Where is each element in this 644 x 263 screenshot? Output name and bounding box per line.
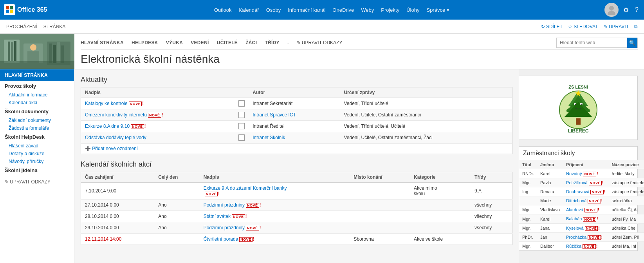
cal-link-4[interactable]: Čtvrtletní porada <box>204 236 238 242</box>
breadcrumb-left: PROCHÁZENÍ STRÁNKA <box>6 24 65 29</box>
checkbox-0[interactable] <box>238 100 245 107</box>
svg-point-29 <box>581 104 583 105</box>
nav-informacni-kanal[interactable]: Informační kanál <box>288 7 325 13</box>
share-button[interactable]: ↻ SDÍLET <box>541 24 563 29</box>
checkbox-3[interactable] <box>238 134 245 141</box>
cal-celyden-1: Ano <box>154 200 199 211</box>
emp-link-6[interactable]: Kyselová <box>566 226 584 230</box>
nav-tridy[interactable]: TŘÍDY <box>265 40 280 45</box>
svg-point-12 <box>30 44 36 51</box>
cal-celyden-2: Ano <box>154 211 199 222</box>
table-row: Katalogy ke kontroleNOVÉ! Intranet Sekre… <box>81 98 512 109</box>
new-badge: NOVÉ <box>583 172 596 176</box>
nav-osoby[interactable]: Osoby <box>266 7 281 13</box>
emp-link-5[interactable]: Balabán <box>566 216 582 221</box>
nav-dot[interactable]: . <box>287 40 289 45</box>
nav-zaci[interactable]: ŽÁCI <box>245 40 257 45</box>
emp-link-1[interactable]: Petržílková <box>566 180 587 185</box>
help-icon[interactable]: ? <box>633 5 640 15</box>
svg-rect-19 <box>0 61 74 69</box>
sidebar-section-dokumenty[interactable]: Školní dokumenty <box>0 107 74 116</box>
emp-link-7[interactable]: Procházka <box>566 235 586 239</box>
aktuality-link-3[interactable]: Odstávka dodávky teplé vody <box>85 135 146 140</box>
cal-link-3[interactable]: Podzimní prázdniny <box>204 225 245 230</box>
nav-onedrive[interactable]: OneDrive <box>332 7 354 13</box>
checkbox-2[interactable] <box>238 123 245 129</box>
autor-3: Intranet Školník <box>249 132 340 143</box>
user-avatar[interactable] <box>604 3 619 17</box>
sidebar-item-navody[interactable]: Návody, příručky <box>0 158 74 165</box>
urceni-2: Vedení, Třídní učitelé, Učitelé <box>340 121 512 132</box>
emp-prijmeni-0: NovotnýNOVÉ! <box>563 169 609 178</box>
nav-vyuka[interactable]: VÝUKA <box>166 40 183 45</box>
settings-icon[interactable]: ⚙ <box>622 5 630 15</box>
follow-button[interactable]: ☆ SLEDOVAT <box>568 24 598 29</box>
nav-helpdesk[interactable]: HELPDESK <box>132 40 158 45</box>
emp-link-2[interactable]: Doubravová <box>566 189 589 194</box>
autor-1: Intranet Správce ICT <box>249 109 340 121</box>
nav-kalendar[interactable]: Kalendář <box>239 7 259 13</box>
sidebar-section-provoz[interactable]: Provoz školy <box>0 81 74 91</box>
top-nav-right: ⚙ ? <box>604 3 640 17</box>
aktuality-link-1[interactable]: Omezení konektivity internetu <box>85 112 147 118</box>
cal-link-2[interactable]: Státní svátek <box>204 214 231 219</box>
nav-ucitele[interactable]: UČITELÉ <box>217 40 238 45</box>
sidebar-section-jidelna[interactable]: Školní jídelna <box>0 165 74 175</box>
search-input[interactable] <box>557 39 627 46</box>
add-announcement-link[interactable]: ➕ Přidat nové oznámení <box>81 143 512 154</box>
autor-link-1[interactable]: Intranet Správce ICT <box>253 112 296 118</box>
nav-ulohy[interactable]: Úlohy <box>406 7 419 13</box>
new-badge: NOVÉ <box>131 124 144 129</box>
breadcrumb-procházení[interactable]: PROCHÁZENÍ <box>6 24 37 29</box>
calendar-table: Čas zahájení Celý den Nadpis Místo konán… <box>81 172 512 245</box>
nav-projekty[interactable]: Projekty <box>381 7 399 13</box>
svg-rect-18 <box>61 45 64 63</box>
sidebar-item-zakladni[interactable]: Základní dokumenty <box>0 116 74 124</box>
emp-link-4[interactable]: Alardová <box>566 207 583 212</box>
urceni-3: Vedení, Učitelé, Ostatní zaměstnanci, Žá… <box>340 132 512 143</box>
autor-2: Intranet Ředitel <box>249 121 340 132</box>
emp-link-0[interactable]: Novotný <box>566 171 582 176</box>
col-checkbox <box>235 87 249 98</box>
cal-link-0[interactable]: Exkurze 9.A do zázemí Komerční banky <box>204 185 287 191</box>
emp-link-8[interactable]: Růžička <box>566 244 581 248</box>
svg-point-4 <box>609 6 614 11</box>
office365-logo[interactable]: Office 365 <box>4 4 47 15</box>
cal-tridy-3: všechny <box>471 222 512 234</box>
right-panel: ZŠ LESNÍ <box>519 69 644 263</box>
sidebar-edit-links[interactable]: ✎ UPRAVIT ODKAZY <box>0 175 74 189</box>
sidebar-section-helpdesk[interactable]: Školní HelpDesk <box>0 132 74 142</box>
aktuality-link-0[interactable]: Katalogy ke kontrole <box>85 101 128 106</box>
sidebar-item-zadosti[interactable]: Žádosti a formuláře <box>0 124 74 132</box>
nav-outlook[interactable]: Outlook <box>214 7 232 13</box>
main-layout: HLAVNÍ STRÁNKA Provoz školy Aktuální inf… <box>0 69 644 263</box>
nav-weby[interactable]: Weby <box>361 7 374 13</box>
autor-link-3[interactable]: Intranet Školník <box>253 135 285 140</box>
autor-0: Intranet Sekretariát <box>249 98 340 109</box>
exclamation: ! <box>602 180 604 185</box>
edit-links-button[interactable]: ✎ UPRAVIT ODKAZY <box>297 40 343 45</box>
sidebar-item-kalendar[interactable]: Kalendář akcí <box>0 99 74 107</box>
table-row: Mgr. Jana KyselováNOVÉ! učitelka Che 221… <box>519 223 644 232</box>
emp-link-3[interactable]: Dittrichová <box>566 198 586 203</box>
aktuality-link-2[interactable]: Exkurze 8.A dne 9.10 <box>85 123 130 129</box>
sidebar-item-hlaseni[interactable]: Hlášení závad <box>0 142 74 150</box>
school-logo-svg: ZŠ LESNÍ <box>547 82 610 133</box>
new-badge: NOVÉ <box>129 102 142 106</box>
search-button[interactable]: 🔍 <box>627 38 637 48</box>
emp-titul-5: Mgr. <box>519 214 537 223</box>
fullscreen-icon[interactable]: ⧉ <box>634 24 638 29</box>
nav-hlavni-stranka[interactable]: HLAVNÍ STRÁNKA <box>81 40 124 45</box>
table-row: Exkurze 8.A dne 9.10NOVÉ! Intranet Ředit… <box>81 121 512 132</box>
emp-titul-3 <box>519 196 537 205</box>
nav-vedeni[interactable]: VEDENÍ <box>191 40 209 45</box>
breadcrumb-stranka[interactable]: STRÁNKA <box>43 24 66 29</box>
cal-link-1[interactable]: Podzimní prázdniny <box>204 202 245 208</box>
emp-prijmeni-2: DoubravováNOVÉ! <box>563 187 609 196</box>
sidebar-item-dotazy[interactable]: Dotazy a diskuze <box>0 150 74 158</box>
nav-spravce[interactable]: Správce ▾ <box>426 7 449 13</box>
emp-pozice-7: učitel Zem, Při <box>609 232 644 241</box>
checkbox-1[interactable] <box>238 112 245 118</box>
edit-button[interactable]: ✎ UPRAVIT <box>604 24 629 29</box>
sidebar-item-aktualni[interactable]: Aktuální informace <box>0 91 74 99</box>
